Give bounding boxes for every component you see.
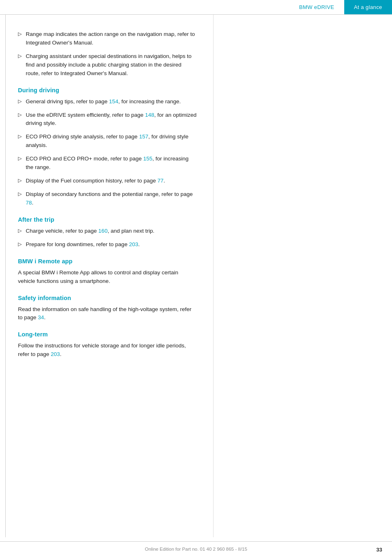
bullet-arrow-2: ▷	[18, 53, 22, 59]
ref-203b[interactable]: 203	[51, 351, 60, 357]
bmw-remote-heading: BMW i Remote app	[18, 258, 197, 265]
header-at-a-glance-label: At a glance	[344, 0, 392, 14]
intro-bullet-2: ▷ Charging assistant under special desti…	[18, 52, 197, 78]
safety-info-para: Read the information on safe handling of…	[18, 305, 197, 322]
intro-bullet-1: ▷ Range map indicates the action range o…	[18, 30, 197, 47]
ref-203a[interactable]: 203	[129, 241, 138, 247]
page-footer: Online Edition for Part no. 01 40 2 960 …	[0, 541, 392, 556]
during-arrow-1: ▷	[18, 98, 22, 104]
after-arrow-1: ▷	[18, 228, 22, 234]
ref-148[interactable]: 148	[145, 112, 154, 118]
during-bullet-2-text: Use the eDRIVE system efficiently, refer…	[26, 111, 197, 128]
bmw-remote-para: A special BMW i Remote App allows to con…	[18, 269, 197, 286]
during-bullet-4-text: ECO PRO and ECO PRO+ mode, refer to page…	[26, 155, 197, 172]
after-bullet-1-text: Charge vehicle, refer to page 160, and p…	[26, 227, 154, 236]
page-number: 33	[376, 547, 382, 553]
ref-77[interactable]: 77	[157, 178, 163, 184]
long-term-heading: Long-term	[18, 331, 197, 338]
after-bullet-2: ▷ Prepare for long downtimes, refer to p…	[18, 240, 197, 249]
during-bullet-5-text: Display of the Fuel consumption history,…	[26, 177, 165, 185]
after-bullet-2-text: Prepare for long downtimes, refer to pag…	[26, 240, 140, 249]
during-bullet-2: ▷ Use the eDRIVE system efficiently, ref…	[18, 111, 197, 128]
during-bullet-1-text: General driving tips, refer to page 154,…	[26, 98, 181, 106]
ref-34[interactable]: 34	[38, 314, 44, 320]
bullet-arrow-1: ▷	[18, 31, 22, 37]
during-arrow-4: ▷	[18, 156, 22, 161]
during-bullet-1: ▷ General driving tips, refer to page 15…	[18, 98, 197, 106]
intro-bullet-1-text: Range map indicates the action range on …	[26, 30, 197, 47]
page-header: BMW eDRIVE At a glance	[0, 0, 392, 15]
after-trip-heading: After the trip	[18, 216, 197, 223]
header-bmw-edrive-label: BMW eDRIVE	[289, 0, 344, 14]
during-arrow-3: ▷	[18, 133, 22, 139]
during-arrow-2: ▷	[18, 112, 22, 118]
footer-text: Online Edition for Part no. 01 40 2 960 …	[145, 547, 247, 552]
intro-bullet-2-text: Charging assistant under special destina…	[26, 52, 197, 78]
ref-157[interactable]: 157	[139, 133, 149, 140]
ref-78[interactable]: 78	[26, 200, 32, 206]
content-area: ▷ Range map indicates the action range o…	[0, 15, 392, 537]
during-bullet-3: ▷ ECO PRO driving style analysis, refer …	[18, 133, 197, 150]
ref-154[interactable]: 154	[109, 98, 118, 105]
after-arrow-2: ▷	[18, 241, 22, 247]
during-bullet-3-text: ECO PRO driving style analysis, refer to…	[26, 133, 197, 150]
during-bullet-6-text: Display of secondary functions and the p…	[26, 190, 197, 207]
ref-155[interactable]: 155	[143, 156, 153, 162]
during-arrow-6: ▷	[18, 191, 22, 197]
main-content: ▷ Range map indicates the action range o…	[6, 15, 213, 537]
after-bullet-1: ▷ Charge vehicle, refer to page 160, and…	[18, 227, 197, 236]
safety-info-heading: Safety information	[18, 295, 197, 301]
during-arrow-5: ▷	[18, 178, 22, 183]
ref-160[interactable]: 160	[98, 228, 108, 234]
during-driving-heading: During driving	[18, 87, 197, 93]
right-panel	[213, 15, 392, 537]
during-bullet-4: ▷ ECO PRO and ECO PRO+ mode, refer to pa…	[18, 155, 197, 172]
long-term-para: Follow the instructions for vehicle stor…	[18, 342, 197, 359]
left-border	[0, 15, 6, 537]
during-bullet-5: ▷ Display of the Fuel consumption histor…	[18, 177, 197, 185]
during-bullet-6: ▷ Display of secondary functions and the…	[18, 190, 197, 207]
